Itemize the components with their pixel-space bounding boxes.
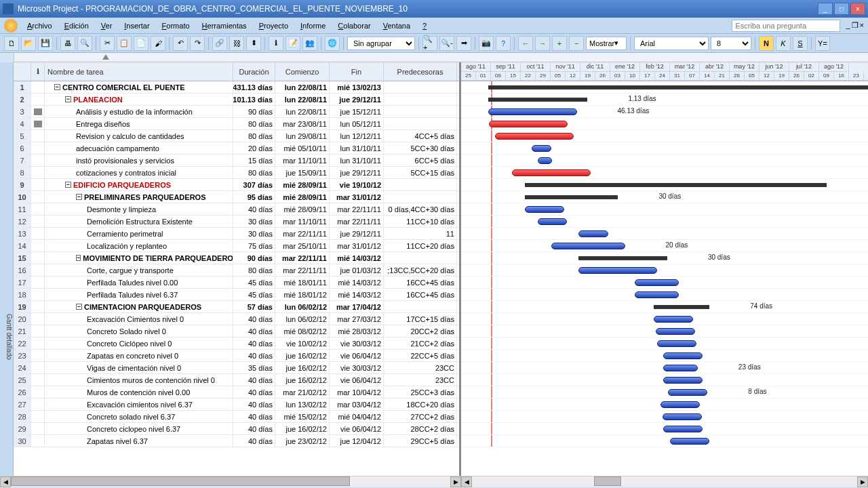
- header-predecessors[interactable]: Predecesoras: [384, 62, 457, 81]
- info-cell[interactable]: [31, 191, 45, 203]
- duration-cell[interactable]: 40 días: [233, 338, 275, 349]
- table-row[interactable]: 7instó provisionales y servicios15 díasm…: [14, 155, 459, 167]
- gantt-bar[interactable]: [668, 389, 707, 396]
- table-row[interactable]: 10−PRELIMINARES PARQUEADEROS95 díasmié 2…: [14, 191, 459, 203]
- task-name-cell[interactable]: Excavación Cimientos nivel 0: [45, 313, 233, 325]
- collapse-icon[interactable]: −: [65, 96, 71, 102]
- duration-cell[interactable]: 40 días: [233, 325, 275, 337]
- row-number[interactable]: 17: [14, 277, 31, 288]
- table-row[interactable]: 29Concreto ciclopeo nivel 6.3740 díasjue…: [14, 423, 459, 435]
- task-name-cell[interactable]: Entrega diseños: [45, 118, 233, 129]
- predecessors-cell[interactable]: [384, 81, 457, 93]
- table-row[interactable]: 27Excavación cimientos nivel 6.3740 días…: [14, 399, 459, 411]
- info-cell[interactable]: [31, 81, 45, 93]
- task-name-cell[interactable]: Concreto Solado nivel 0: [45, 325, 233, 337]
- gantt-bar[interactable]: [578, 256, 667, 260]
- row-number[interactable]: 3: [14, 106, 31, 117]
- new-button[interactable]: 🗋: [4, 36, 19, 51]
- finish-cell[interactable]: vie 06/04/12: [330, 423, 384, 434]
- duration-cell[interactable]: 57 días: [233, 301, 275, 312]
- task-name-cell[interactable]: −PRELIMINARES PARQUEADEROS: [45, 191, 233, 203]
- start-cell[interactable]: mié 28/09/11: [275, 191, 330, 203]
- finish-cell[interactable]: jue 15/12/11: [330, 106, 384, 117]
- info-cell[interactable]: [31, 130, 45, 142]
- task-name-cell[interactable]: Demolición Estructura Existente: [45, 216, 233, 227]
- table-row[interactable]: 20Excavación Cimientos nivel 040 díaslun…: [14, 313, 459, 325]
- task-name-cell[interactable]: Perfilada Taludes nivel 0.00: [45, 277, 233, 288]
- task-name-cell[interactable]: Excavación cimientos nivel 6.37: [45, 399, 233, 410]
- row-number[interactable]: 19: [14, 301, 31, 312]
- zoom-out-button[interactable]: 🔍-: [439, 36, 454, 51]
- task-name-cell[interactable]: Análisis y estudio de la información: [45, 106, 233, 117]
- row-number[interactable]: 7: [14, 155, 31, 166]
- notes-button[interactable]: 📝: [285, 36, 300, 51]
- start-cell[interactable]: lun 06/02/12: [275, 313, 330, 325]
- row-number[interactable]: 8: [14, 167, 31, 178]
- header-name[interactable]: Nombre de tarea: [45, 62, 233, 81]
- row-number[interactable]: 13: [14, 228, 31, 239]
- unlink-button[interactable]: ⛓: [229, 36, 244, 51]
- predecessors-cell[interactable]: 16CC+45 días: [384, 277, 457, 288]
- duration-cell[interactable]: 40 días: [233, 386, 275, 398]
- predecessors-cell[interactable]: 23CC: [384, 362, 457, 373]
- info-cell[interactable]: [31, 155, 45, 166]
- row-number[interactable]: 9: [14, 179, 31, 190]
- duration-cell[interactable]: 307 días: [233, 179, 275, 190]
- task-name-cell[interactable]: Vigas de cimentación nivel 0: [45, 362, 233, 373]
- finish-cell[interactable]: mar 22/11/11: [330, 203, 384, 215]
- finish-cell[interactable]: jue 29/12/11: [330, 94, 384, 105]
- gantt-bar[interactable]: [538, 157, 553, 164]
- predecessors-cell[interactable]: [384, 106, 457, 117]
- info-cell[interactable]: [31, 386, 45, 398]
- duration-cell[interactable]: 40 días: [233, 411, 275, 422]
- task-name-cell[interactable]: Cerramiento perimetral: [45, 228, 233, 239]
- row-number[interactable]: 14: [14, 240, 31, 251]
- finish-cell[interactable]: mié 14/03/12: [330, 289, 384, 300]
- table-row[interactable]: 26Muros de contención nivel 0.0040 díasm…: [14, 386, 459, 399]
- table-scroll-thumb[interactable]: [11, 476, 350, 486]
- info-cell[interactable]: [31, 313, 45, 325]
- print-button[interactable]: 🖶: [60, 36, 75, 51]
- predecessors-cell[interactable]: 11: [384, 228, 457, 239]
- predecessors-cell[interactable]: 0 días,4CC+30 días: [384, 203, 457, 215]
- gantt-bar[interactable]: [538, 218, 568, 225]
- start-cell[interactable]: jue 15/09/11: [275, 167, 330, 178]
- assign-resources-button[interactable]: 👥: [302, 36, 317, 51]
- gantt-bar[interactable]: [532, 145, 551, 152]
- table-row[interactable]: 3Análisis y estudio de la información90 …: [14, 106, 459, 118]
- start-cell[interactable]: mar 11/10/11: [275, 155, 330, 166]
- gantt-bar[interactable]: [551, 243, 625, 249]
- start-cell[interactable]: lun 22/08/11: [275, 81, 330, 93]
- duration-cell[interactable]: 90 días: [233, 106, 275, 117]
- menu-ventana[interactable]: Ventana: [378, 20, 416, 32]
- start-cell[interactable]: mar 11/10/11: [275, 216, 330, 227]
- header-rownum[interactable]: [14, 62, 31, 81]
- duration-cell[interactable]: 101.13 días: [233, 94, 275, 105]
- finish-cell[interactable]: vie 19/10/12: [330, 179, 384, 190]
- predecessors-cell[interactable]: [384, 191, 457, 203]
- gantt-bar[interactable]: [489, 121, 568, 127]
- start-cell[interactable]: mié 28/09/11: [275, 203, 330, 215]
- task-name-cell[interactable]: Zapatas nivel 6.37: [45, 435, 233, 447]
- info-cell[interactable]: [31, 338, 45, 349]
- gantt-bar[interactable]: [670, 438, 709, 445]
- info-cell[interactable]: [31, 435, 45, 447]
- table-row[interactable]: 8cotizaciones y contratos inicial80 días…: [14, 167, 459, 179]
- duration-cell[interactable]: 80 días: [233, 264, 275, 276]
- duration-cell[interactable]: 20 días: [233, 142, 275, 154]
- doc-minimize-button[interactable]: _: [846, 21, 850, 30]
- row-number[interactable]: 20: [14, 313, 31, 325]
- start-cell[interactable]: mié 15/02/12: [275, 411, 330, 422]
- redo-button[interactable]: ↷: [190, 36, 205, 51]
- task-name-cell[interactable]: adecuación campamento: [45, 142, 233, 154]
- header-info[interactable]: ℹ: [31, 62, 45, 81]
- info-cell[interactable]: [31, 252, 45, 264]
- gantt-scroll-thumb[interactable]: [594, 476, 621, 486]
- start-cell[interactable]: vie 10/02/12: [275, 338, 330, 349]
- menu-ver[interactable]: Ver: [96, 20, 118, 32]
- info-cell[interactable]: [31, 423, 45, 434]
- task-name-cell[interactable]: Concreto ciclopeo nivel 6.37: [45, 423, 233, 434]
- task-name-cell[interactable]: −EDIFICIO PARQUEADEROS: [45, 179, 233, 190]
- row-number[interactable]: 27: [14, 399, 31, 410]
- collapse-icon[interactable]: −: [65, 182, 71, 188]
